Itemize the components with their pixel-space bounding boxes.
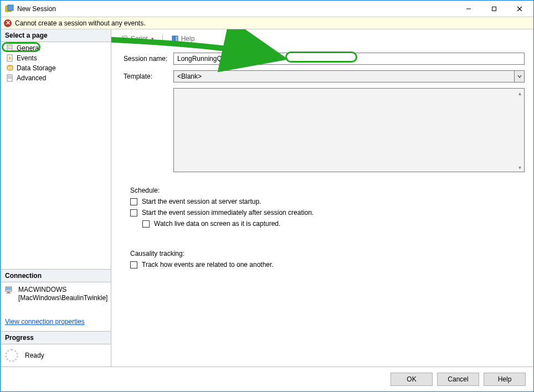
chevron-down-icon: ▾ (151, 36, 154, 42)
schedule-startup-row[interactable]: Start the event session at server startu… (130, 198, 525, 205)
svg-rect-19 (6, 287, 11, 290)
help-label: Help (181, 35, 195, 43)
maximize-button[interactable] (481, 1, 507, 17)
template-value: <Blank> (174, 71, 514, 82)
nav-pages: General Events Data Storage Advanced (1, 42, 111, 269)
connection-body: MACWINDOWS [MacWindows\BeaulinTwinkle] (1, 282, 111, 309)
template-row: Template: <Blank> (124, 70, 525, 82)
page-icon (6, 54, 14, 62)
connection-header: Connection (1, 270, 111, 282)
schedule-watchlive-label: Watch live data on screen as it is captu… (154, 220, 280, 228)
svg-rect-8 (9, 46, 12, 47)
script-button[interactable]: Script ▾ (117, 33, 158, 44)
page-icon (6, 64, 14, 72)
schedule-watchlive-row[interactable]: Watch live data on screen as it is captu… (142, 220, 525, 228)
nav-label: Data Storage (17, 64, 56, 72)
progress-header: Progress (1, 332, 111, 344)
dialog-footer: OK Cancel Help (1, 367, 533, 391)
user-name: [MacWindows\BeaulinTwinkle] (18, 294, 107, 302)
select-page-header: Select a page (1, 29, 111, 42)
svg-rect-9 (8, 48, 12, 48)
connection-text: MACWINDOWS [MacWindows\BeaulinTwinkle] (18, 286, 107, 302)
scroll-up-icon: ▴ (515, 89, 524, 97)
app-icon (5, 4, 14, 13)
nav-label: General (17, 44, 40, 52)
session-name-row: Session name: (124, 53, 525, 65)
causality-track-label: Track how events are related to one anot… (142, 261, 274, 269)
session-name-input[interactable] (173, 53, 525, 65)
new-session-window: New Session ✕ Cannot create a session wi… (0, 0, 534, 392)
svg-rect-17 (8, 78, 12, 79)
schedule-immediate-row[interactable]: Start the event session immediately afte… (130, 209, 525, 216)
help-toolbar-button[interactable]: Help (167, 33, 199, 44)
svg-rect-15 (8, 76, 12, 76)
ok-button[interactable]: OK (391, 373, 433, 386)
nav-label: Advanced (17, 74, 46, 82)
nav-item-events[interactable]: Events (3, 53, 111, 63)
close-button[interactable] (507, 1, 532, 17)
svg-rect-23 (175, 36, 178, 42)
nav-item-general[interactable]: General (3, 43, 111, 53)
chevron-down-icon (514, 71, 524, 82)
server-name: MACWINDOWS (18, 286, 107, 294)
session-name-label: Session name: (124, 55, 173, 63)
toolbar-separator (162, 34, 163, 44)
help-book-icon (171, 35, 179, 43)
view-connection-properties-link[interactable]: View connection properties (5, 318, 85, 326)
page-icon (6, 74, 14, 82)
checkbox-icon (142, 220, 150, 228)
nav-item-data-storage[interactable]: Data Storage (3, 63, 111, 73)
progress-section: Progress Ready (1, 331, 111, 367)
svg-rect-10 (8, 49, 12, 49)
template-label: Template: (124, 73, 173, 80)
schedule-startup-label: Start the event session at server startu… (142, 198, 261, 205)
message-bar: ✕ Cannot create a session without any ev… (1, 17, 533, 29)
connection-section: Connection MACWINDOWS [MacWindows\Beauli… (1, 269, 111, 331)
page-icon (6, 44, 14, 52)
server-icon (5, 286, 15, 295)
message-text: Cannot create a session without any even… (15, 19, 145, 27)
main-panel: Script ▾ Help Session name: Template: (111, 29, 533, 367)
template-description-box: ▴ ▾ (173, 88, 525, 172)
svg-point-7 (8, 46, 9, 47)
error-icon: ✕ (4, 19, 12, 27)
description-scrollbar[interactable]: ▴ ▾ (515, 89, 524, 172)
checkbox-icon (130, 209, 137, 216)
template-select[interactable]: <Blank> (173, 70, 525, 82)
checkbox-icon (130, 261, 137, 269)
general-form: Session name: Template: <Blank> ▴ ▾ (117, 46, 528, 272)
svg-rect-21 (6, 293, 11, 293)
minimize-button[interactable] (456, 1, 481, 17)
toolbar: Script ▾ Help (117, 32, 528, 46)
progress-status: Ready (25, 352, 44, 359)
svg-rect-22 (172, 36, 175, 42)
svg-rect-3 (492, 7, 496, 11)
checkbox-icon (130, 198, 137, 205)
help-button[interactable]: Help (484, 373, 526, 386)
scroll-down-icon: ▾ (515, 163, 524, 172)
titlebar: New Session (1, 1, 533, 17)
window-controls (456, 1, 532, 17)
script-label: Script (131, 35, 148, 43)
svg-rect-20 (7, 292, 10, 293)
nav-item-advanced[interactable]: Advanced (3, 73, 111, 83)
window-title: New Session (17, 5, 456, 13)
schedule-immediate-label: Start the event session immediately afte… (142, 209, 314, 216)
side-nav: Select a page General Events Data Storag… (1, 29, 111, 367)
script-icon (121, 35, 129, 43)
nav-label: Events (17, 54, 37, 62)
schedule-label: Schedule: (130, 187, 525, 194)
cancel-button[interactable]: Cancel (437, 373, 479, 386)
causality-label: Causality tracking: (130, 250, 525, 257)
progress-spinner-icon (5, 349, 18, 362)
causality-track-row[interactable]: Track how events are related to one anot… (130, 261, 525, 269)
svg-rect-16 (8, 77, 12, 78)
progress-body: Ready (1, 344, 111, 367)
dialog-body: Select a page General Events Data Storag… (1, 29, 533, 367)
svg-rect-1 (8, 5, 13, 11)
